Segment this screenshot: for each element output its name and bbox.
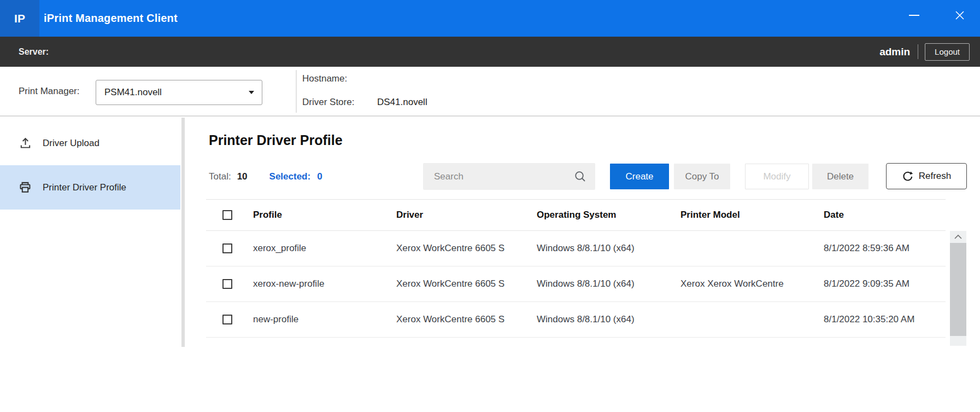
refresh-button[interactable]: Refresh: [886, 163, 967, 189]
selected-value: 0: [317, 171, 322, 182]
table-scrollbar[interactable]: [950, 231, 966, 346]
close-icon: [954, 10, 965, 21]
driver-store-label: Driver Store:: [302, 97, 377, 108]
total-value: 10: [237, 171, 248, 182]
cell-os: Windows 8/8.1/10 (x64): [532, 278, 675, 289]
server-label: Server:: [19, 37, 49, 67]
cell-driver: Xerox WorkCentre 6605 S: [392, 278, 532, 289]
column-header-profile: Profile: [249, 210, 392, 220]
logout-button[interactable]: Logout: [925, 43, 970, 61]
modify-button[interactable]: Modify: [745, 164, 809, 189]
cell-driver: Xerox WorkCentre 6605 S: [392, 314, 532, 325]
column-header-model: Printer Model: [675, 210, 817, 220]
close-button[interactable]: [948, 0, 972, 30]
host-info: Hostname: Driver Store: DS41.novell: [302, 72, 427, 109]
cell-profile: xerox-new-profile: [249, 278, 392, 289]
delete-button[interactable]: Delete: [812, 164, 868, 189]
driver-store-value: DS41.novell: [377, 97, 427, 108]
minimize-button[interactable]: [903, 0, 925, 30]
refresh-label: Refresh: [919, 171, 952, 182]
cell-os: Windows 8/8.1/10 (x64): [532, 243, 675, 254]
total-label: Total:: [209, 171, 231, 182]
cell-profile: new-profile: [249, 314, 392, 325]
sidebar-item-label: Printer Driver Profile: [43, 182, 126, 193]
stats-row: Total: 10 Selected: 0: [209, 163, 322, 190]
scroll-up-button[interactable]: [950, 231, 966, 243]
scrollbar-thumb[interactable]: [950, 243, 966, 336]
table-row: xerox_profile Xerox WorkCentre 6605 S Wi…: [206, 231, 946, 266]
search-icon: [574, 170, 586, 183]
column-header-date: Date: [817, 210, 946, 220]
sidebar-item-printer-driver-profile[interactable]: Printer Driver Profile: [0, 165, 180, 210]
page-title: Printer Driver Profile: [209, 132, 343, 148]
selected-label: Selected:: [269, 171, 311, 182]
table-header-row: Profile Driver Operating System Printer …: [206, 199, 946, 231]
titlebar: IP iPrint Management Client: [0, 0, 980, 37]
cell-date: 8/1/2022 10:35:20 AM: [817, 314, 946, 325]
printer-icon: [18, 181, 32, 195]
logged-in-user: admin: [879, 46, 910, 58]
sidebar-item-driver-upload[interactable]: Driver Upload: [0, 121, 180, 165]
server-bar: Server: admin Logout: [0, 37, 980, 67]
copy-to-button[interactable]: Copy To: [674, 164, 730, 189]
app-window: IP iPrint Management Client Server: admi…: [0, 0, 980, 412]
server-right-group: admin Logout: [879, 37, 970, 67]
app-logo: IP: [0, 0, 39, 37]
minimize-icon: [909, 15, 919, 16]
cell-driver: Xerox WorkCentre 6605 S: [392, 243, 532, 254]
refresh-icon: [902, 171, 913, 182]
row-checkbox[interactable]: [222, 315, 232, 324]
sidebar-item-label: Driver Upload: [43, 138, 99, 149]
chevron-down-icon: [249, 91, 254, 94]
row-checkbox[interactable]: [222, 243, 232, 253]
print-manager-value: PSM41.novell: [104, 87, 249, 98]
cell-model: Xerox Xerox WorkCentre: [675, 278, 817, 289]
upload-icon: [18, 136, 32, 150]
search-input[interactable]: [423, 171, 574, 182]
cell-date: 8/1/2022 8:59:36 AM: [817, 243, 946, 254]
profile-table: Profile Driver Operating System Printer …: [206, 199, 946, 338]
chevron-up-icon: [954, 234, 963, 240]
row-checkbox[interactable]: [222, 279, 232, 289]
column-header-driver: Driver: [392, 210, 532, 220]
hostname-label: Hostname:: [302, 73, 377, 84]
cell-profile: xerox_profile: [249, 243, 392, 254]
search-box: [423, 163, 595, 190]
manager-bar: Print Manager: PSM41.novell Hostname: Dr…: [0, 67, 980, 117]
window-title: iPrint Management Client: [44, 0, 178, 37]
divider: [296, 70, 297, 113]
cell-os: Windows 8/8.1/10 (x64): [532, 314, 675, 325]
print-manager-select[interactable]: PSM41.novell: [96, 80, 262, 105]
sidebar-divider: [181, 118, 185, 347]
cell-date: 8/1/2022 9:09:35 AM: [817, 278, 946, 289]
print-manager-label: Print Manager:: [19, 67, 80, 115]
table-row: xerox-new-profile Xerox WorkCentre 6605 …: [206, 266, 946, 302]
create-button[interactable]: Create: [610, 164, 669, 189]
select-all-checkbox[interactable]: [222, 210, 232, 220]
table-row: new-profile Xerox WorkCentre 6605 S Wind…: [206, 302, 946, 338]
divider: [918, 44, 918, 59]
column-header-os: Operating System: [532, 210, 675, 220]
